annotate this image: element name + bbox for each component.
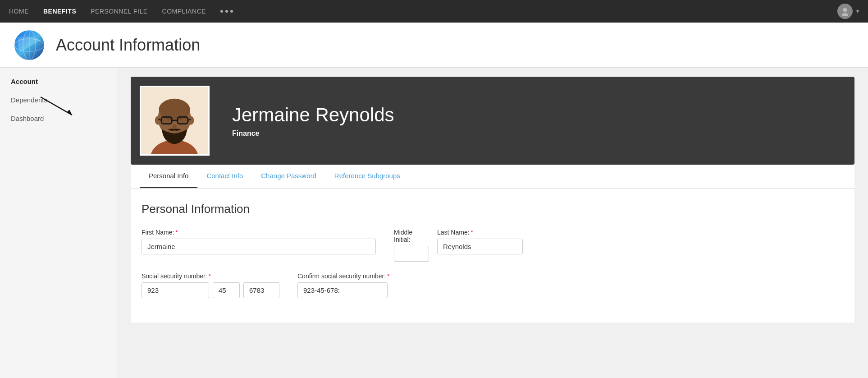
last-name-input[interactable] bbox=[437, 239, 523, 254]
user-dropdown-caret[interactable]: ▾ bbox=[856, 8, 859, 14]
nav-benefits[interactable]: BENEFITS bbox=[43, 8, 76, 15]
tab-reference-subgroups[interactable]: Reference Subgroups bbox=[325, 165, 409, 188]
confirm-ssn-group: Confirm social security number:* bbox=[297, 272, 390, 298]
nav-personnel-file[interactable]: PERSONNEL FILE bbox=[91, 8, 147, 15]
nav-user-area[interactable]: ▾ bbox=[837, 4, 859, 19]
header-bar: Account Information bbox=[0, 23, 868, 68]
profile-photo-container bbox=[131, 77, 219, 165]
confirm-ssn-input[interactable] bbox=[297, 282, 388, 298]
sidebar-item-dependents[interactable]: Dependents bbox=[0, 91, 117, 109]
ssn-group: Social security number:* bbox=[142, 272, 279, 298]
last-name-required: * bbox=[471, 229, 473, 236]
middle-initial-group: Middle Initial: bbox=[394, 229, 430, 262]
svg-rect-20 bbox=[162, 117, 171, 123]
form-section-title: Personal Information bbox=[142, 202, 844, 216]
sidebar-item-dashboard[interactable]: Dashboard bbox=[0, 109, 117, 128]
ssn-inputs bbox=[142, 282, 279, 298]
tab-contact-info[interactable]: Contact Info bbox=[197, 165, 252, 188]
first-name-required: * bbox=[175, 229, 178, 236]
ssn-part3-input[interactable] bbox=[243, 282, 279, 298]
confirm-ssn-required: * bbox=[387, 272, 389, 280]
nav-items: HOME BENEFITS PERSONNEL FILE COMPLIANCE bbox=[9, 8, 233, 15]
nav-home[interactable]: HOME bbox=[9, 8, 29, 15]
ssn-part1-input[interactable] bbox=[142, 282, 209, 298]
confirm-ssn-label: Confirm social security number:* bbox=[297, 272, 390, 280]
profile-name: Jermaine Reynolds bbox=[232, 104, 394, 126]
first-name-group: First Name:* bbox=[142, 229, 376, 254]
user-avatar-nav[interactable] bbox=[837, 4, 853, 19]
right-name-group: Middle Initial: Last Name:* bbox=[394, 229, 844, 262]
page-title: Account Information bbox=[56, 36, 200, 55]
ssn-part2-input[interactable] bbox=[213, 282, 240, 298]
nav-compliance[interactable]: COMPLIANCE bbox=[162, 8, 206, 15]
main-layout: Account Dependents Dashboard bbox=[0, 68, 868, 378]
ssn-required: * bbox=[209, 272, 211, 280]
middle-initial-label: Middle Initial: bbox=[394, 229, 430, 243]
content-area: Jermaine Reynolds Finance Personal Info … bbox=[117, 68, 868, 378]
profile-banner: Jermaine Reynolds Finance bbox=[131, 77, 854, 165]
top-nav: HOME BENEFITS PERSONNEL FILE COMPLIANCE … bbox=[0, 0, 868, 23]
ssn-label: Social security number:* bbox=[142, 272, 279, 280]
form-area: Personal Information First Name:* Middle… bbox=[131, 189, 854, 323]
nav-more-dots[interactable] bbox=[220, 10, 233, 13]
tab-change-password[interactable]: Change Password bbox=[252, 165, 325, 188]
tabs-form-container: Personal Info Contact Info Change Passwo… bbox=[131, 165, 854, 323]
sidebar-item-account[interactable]: Account bbox=[0, 72, 117, 91]
tab-personal-info[interactable]: Personal Info bbox=[140, 165, 197, 188]
last-name-group: Last Name:* bbox=[437, 229, 527, 254]
profile-department: Finance bbox=[232, 129, 394, 138]
svg-point-1 bbox=[842, 13, 848, 16]
last-name-label: Last Name:* bbox=[437, 229, 527, 236]
tabs-container: Personal Info Contact Info Change Passwo… bbox=[131, 165, 854, 189]
sidebar: Account Dependents Dashboard bbox=[0, 68, 117, 378]
first-name-input[interactable] bbox=[142, 239, 376, 254]
first-name-label: First Name:* bbox=[142, 229, 376, 236]
svg-point-0 bbox=[843, 8, 847, 12]
nav-dot-1 bbox=[220, 10, 223, 13]
app-logo bbox=[14, 29, 45, 61]
nav-dot-3 bbox=[230, 10, 233, 13]
profile-info: Jermaine Reynolds Finance bbox=[219, 77, 408, 165]
ssn-row: Social security number:* Confirm social … bbox=[142, 272, 844, 298]
middle-initial-input[interactable] bbox=[394, 246, 429, 262]
svg-point-22 bbox=[172, 124, 177, 130]
nav-dot-2 bbox=[225, 10, 228, 13]
profile-photo bbox=[140, 86, 210, 156]
name-row: First Name:* Middle Initial: Last Name:* bbox=[142, 229, 844, 262]
svg-rect-21 bbox=[178, 117, 187, 123]
